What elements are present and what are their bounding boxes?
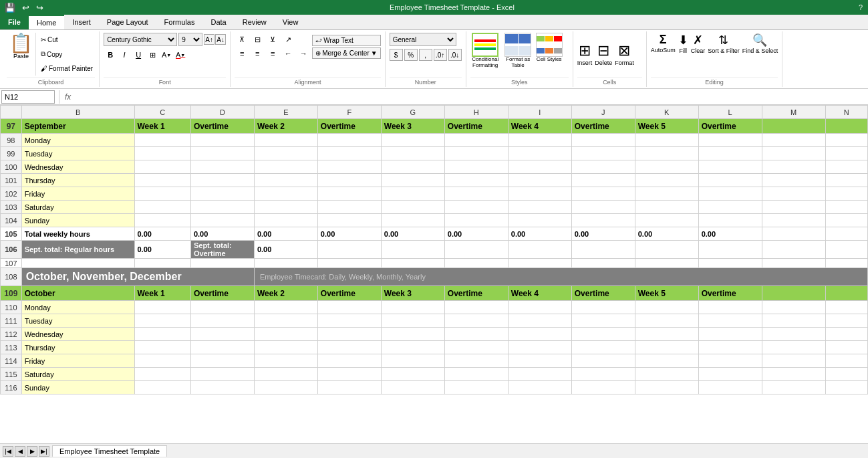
- tab-formulas[interactable]: Formulas: [156, 15, 203, 29]
- friday-sept-ot3[interactable]: [444, 187, 508, 201]
- tab-insert[interactable]: Insert: [64, 15, 99, 29]
- total-w4[interactable]: 0.00: [508, 227, 571, 241]
- wednesday-oct-ot2[interactable]: [317, 328, 381, 341]
- tab-home[interactable]: Home: [29, 15, 64, 29]
- summary-overtime-value[interactable]: 0.00: [254, 241, 317, 259]
- col-header-F[interactable]: F: [317, 106, 381, 119]
- thursday-oct-w1[interactable]: [134, 341, 190, 354]
- saturday-oct-ot3[interactable]: [444, 368, 508, 381]
- thursday-sept-w1[interactable]: [134, 174, 190, 187]
- sunday-oct-w3[interactable]: [381, 381, 444, 394]
- decrease-font-size-button[interactable]: A↓: [215, 34, 226, 45]
- friday-oct-w3[interactable]: [381, 354, 444, 368]
- friday-oct-ot1[interactable]: [190, 354, 254, 368]
- tuesday-oct-w2[interactable]: [254, 314, 317, 328]
- paste-button[interactable]: 📋 Paste: [7, 33, 36, 76]
- wednesday-sept-ot3[interactable]: [444, 160, 508, 174]
- saturday-sept-ot5[interactable]: [698, 201, 762, 214]
- saturday-oct-w1[interactable]: [134, 368, 190, 381]
- total-ot3[interactable]: 0.00: [444, 227, 508, 241]
- sheet-nav-last[interactable]: ▶|: [39, 446, 49, 457]
- monday-oct-w3[interactable]: [381, 301, 444, 314]
- saturday-oct-ot1[interactable]: [190, 368, 254, 381]
- friday-sept-w5[interactable]: [635, 187, 698, 201]
- saturday-oct-ot4[interactable]: [571, 368, 635, 381]
- saturday-oct-w2[interactable]: [254, 368, 317, 381]
- font-name-select[interactable]: Century Gothic: [104, 33, 177, 46]
- friday-oct-w5[interactable]: [635, 354, 698, 368]
- font-size-select[interactable]: 9: [178, 33, 202, 46]
- tuesday-sept-w2[interactable]: [254, 147, 317, 160]
- thursday-sept-w2[interactable]: [254, 174, 317, 187]
- saturday-oct-ot2[interactable]: [317, 368, 381, 381]
- friday-oct-ot4[interactable]: [571, 354, 635, 368]
- align-right-button[interactable]: ≡: [265, 47, 280, 60]
- insert-cells-button[interactable]: ⊞ Insert: [577, 42, 593, 66]
- increase-decimal-button[interactable]: .0↑: [434, 49, 447, 61]
- monday-sept-ot2[interactable]: [317, 134, 381, 147]
- tuesday-oct-w1[interactable]: [134, 314, 190, 328]
- friday-oct-ot3[interactable]: [444, 354, 508, 368]
- saturday-oct-ot5[interactable]: [698, 368, 762, 381]
- sunday-oct-label[interactable]: Sunday: [21, 381, 134, 394]
- friday-sept-ot4[interactable]: [571, 187, 635, 201]
- monday-oct-label[interactable]: Monday: [21, 301, 134, 314]
- sunday-oct-ot5[interactable]: [698, 381, 762, 394]
- tuesday-sept-ot4[interactable]: [571, 147, 635, 160]
- sheet-tab-employee-timesheet[interactable]: Employee Timesheet Template: [52, 445, 167, 457]
- wednesday-oct-w5[interactable]: [635, 328, 698, 341]
- sunday-oct-ot2[interactable]: [317, 381, 381, 394]
- saturday-oct-w4[interactable]: [508, 368, 571, 381]
- format-cells-button[interactable]: ⊠ Format: [615, 42, 634, 66]
- sort-filter-button[interactable]: ⇅ Sort & Filter: [708, 33, 740, 54]
- monday-oct-ot2[interactable]: [317, 301, 381, 314]
- monday-sept-w3[interactable]: [381, 134, 444, 147]
- wednesday-oct-ot4[interactable]: [571, 328, 635, 341]
- wednesday-sept-w4[interactable]: [508, 160, 571, 174]
- save-qat-button[interactable]: 💾: [3, 3, 17, 13]
- wednesday-oct-ot5[interactable]: [698, 328, 762, 341]
- saturday-sept-ot1[interactable]: [190, 201, 254, 214]
- tuesday-oct-w5[interactable]: [635, 314, 698, 328]
- tuesday-sept-w5[interactable]: [635, 147, 698, 160]
- cell-styles-button[interactable]: Cell Styles: [536, 33, 563, 63]
- thursday-sept-label[interactable]: Thursday: [21, 174, 134, 187]
- wednesday-sept-w3[interactable]: [381, 160, 444, 174]
- wednesday-sept-w2[interactable]: [254, 160, 317, 174]
- friday-oct-ot2[interactable]: [317, 354, 381, 368]
- redo-qat-button[interactable]: ↪: [34, 3, 45, 13]
- wednesday-sept-label[interactable]: Wednesday: [21, 160, 134, 174]
- total-ot1[interactable]: 0.00: [190, 227, 254, 241]
- monday-sept-w5[interactable]: [635, 134, 698, 147]
- col-header-H[interactable]: H: [444, 106, 508, 119]
- saturday-sept-w4[interactable]: [508, 201, 571, 214]
- wednesday-oct-w1[interactable]: [134, 328, 190, 341]
- tuesday-sept-w1[interactable]: [134, 147, 190, 160]
- tab-review[interactable]: Review: [235, 15, 275, 29]
- sunday-sept-ot5[interactable]: [698, 214, 762, 227]
- tuesday-oct-ot1[interactable]: [190, 314, 254, 328]
- tab-file[interactable]: File: [0, 15, 29, 29]
- thursday-sept-ot3[interactable]: [444, 174, 508, 187]
- tuesday-sept-ot1[interactable]: [190, 147, 254, 160]
- undo-qat-button[interactable]: ↩: [20, 3, 31, 13]
- thursday-oct-w5[interactable]: [635, 341, 698, 354]
- merge-center-button[interactable]: ⊕ Merge & Center▼: [312, 47, 381, 59]
- name-box[interactable]: N12: [1, 90, 55, 104]
- format-as-table-button[interactable]: Format as Table: [503, 33, 533, 69]
- saturday-sept-ot3[interactable]: [444, 201, 508, 214]
- sunday-sept-ot3[interactable]: [444, 214, 508, 227]
- friday-sept-ot5[interactable]: [698, 187, 762, 201]
- monday-oct-w4[interactable]: [508, 301, 571, 314]
- wednesday-oct-ot1[interactable]: [190, 328, 254, 341]
- col-header-G[interactable]: G: [381, 106, 444, 119]
- tuesday-oct-w4[interactable]: [508, 314, 571, 328]
- saturday-sept-ot4[interactable]: [571, 201, 635, 214]
- saturday-sept-label[interactable]: Saturday: [21, 201, 134, 214]
- italic-button[interactable]: I: [118, 49, 131, 61]
- wednesday-oct-w2[interactable]: [254, 328, 317, 341]
- wednesday-sept-w1[interactable]: [134, 160, 190, 174]
- decrease-decimal-button[interactable]: .0↓: [448, 49, 462, 61]
- friday-sept-ot2[interactable]: [317, 187, 381, 201]
- sunday-oct-ot3[interactable]: [444, 381, 508, 394]
